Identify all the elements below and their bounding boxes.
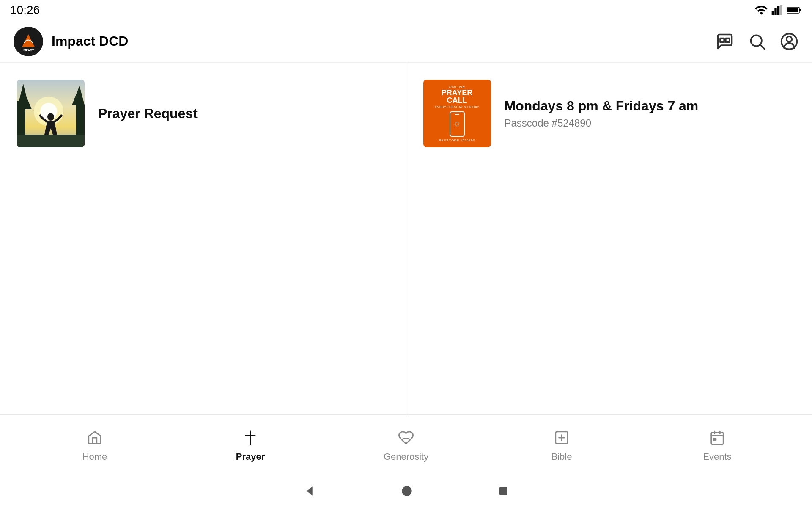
status-bar: 10:26	[0, 0, 812, 20]
nav-item-events[interactable]: Events	[683, 428, 751, 462]
search-icon[interactable]	[748, 32, 766, 51]
events-nav-icon	[709, 428, 725, 448]
svg-point-37	[402, 486, 411, 496]
app-logo[interactable]: IMPACT	[14, 27, 43, 56]
svg-rect-35	[714, 438, 716, 440]
prayer-request-section[interactable]: Prayer Request	[0, 63, 406, 414]
header-right	[716, 32, 798, 51]
home-nav-label: Home	[82, 451, 107, 462]
app-title: Impact DCD	[52, 33, 128, 49]
bottom-nav: Home Prayer Generosity	[0, 415, 812, 474]
home-nav-icon	[87, 428, 103, 448]
prayer-call-info: Mondays 8 pm & Fridays 7 am Passcode #52…	[505, 98, 699, 129]
prayer-request-card[interactable]: Prayer Request	[17, 80, 198, 147]
generosity-nav-icon	[398, 428, 414, 448]
chat-icon[interactable]	[716, 32, 734, 51]
prayer-request-image	[17, 80, 85, 147]
back-button[interactable]	[303, 484, 316, 498]
prayer-call-subtitle: Passcode #524890	[505, 117, 699, 129]
svg-marker-36	[307, 486, 312, 495]
svg-rect-38	[499, 487, 508, 495]
svg-rect-0	[772, 11, 774, 15]
prayer-nav-label: Prayer	[236, 451, 265, 462]
bible-nav-label: Bible	[551, 451, 572, 462]
signal-icon	[771, 5, 783, 15]
prayer-call-card[interactable]: ONLINE PRAYERCALL EVERY TUESDAY & FRIDAY…	[423, 80, 699, 147]
nav-item-prayer[interactable]: Prayer	[217, 428, 284, 462]
header-left: IMPACT Impact DCD	[14, 27, 128, 56]
prayer-call-image: ONLINE PRAYERCALL EVERY TUESDAY & FRIDAY…	[423, 80, 491, 147]
svg-rect-31	[711, 432, 724, 444]
svg-rect-5	[799, 9, 801, 11]
svg-rect-6	[787, 8, 798, 12]
events-nav-label: Events	[703, 451, 731, 462]
status-time: 10:26	[10, 3, 40, 17]
svg-rect-11	[726, 38, 730, 42]
svg-rect-10	[720, 38, 724, 42]
svg-line-13	[760, 45, 765, 49]
wifi-icon	[754, 5, 768, 15]
prayer-request-info: Prayer Request	[98, 106, 198, 121]
battery-icon	[787, 5, 802, 15]
app-header: IMPACT Impact DCD	[0, 20, 812, 63]
home-button[interactable]	[401, 485, 413, 497]
svg-text:IMPACT: IMPACT	[23, 49, 34, 52]
profile-icon[interactable]	[780, 32, 798, 51]
svg-point-25	[47, 113, 54, 121]
recents-button[interactable]	[497, 485, 509, 497]
prayer-request-title: Prayer Request	[98, 106, 198, 121]
logo-icon: IMPACT	[18, 31, 39, 52]
prayer-nav-icon	[242, 428, 258, 448]
prayer-call-title: Mondays 8 pm & Fridays 7 am	[505, 98, 699, 114]
status-icons	[754, 5, 802, 15]
nav-item-generosity[interactable]: Generosity	[372, 428, 440, 462]
svg-rect-24	[17, 135, 85, 147]
nav-item-home[interactable]: Home	[61, 428, 129, 462]
nav-item-bible[interactable]: Bible	[528, 428, 595, 462]
svg-point-15	[787, 36, 792, 42]
generosity-nav-label: Generosity	[384, 451, 428, 462]
svg-rect-2	[777, 6, 779, 15]
system-nav	[0, 474, 812, 508]
bible-nav-icon	[554, 428, 570, 448]
prayer-call-section[interactable]: ONLINE PRAYERCALL EVERY TUESDAY & FRIDAY…	[406, 63, 812, 414]
content-area: Prayer Request ONLINE PRAYERCALL EVERY T…	[0, 63, 812, 415]
svg-rect-1	[774, 8, 776, 15]
svg-rect-3	[780, 5, 782, 15]
